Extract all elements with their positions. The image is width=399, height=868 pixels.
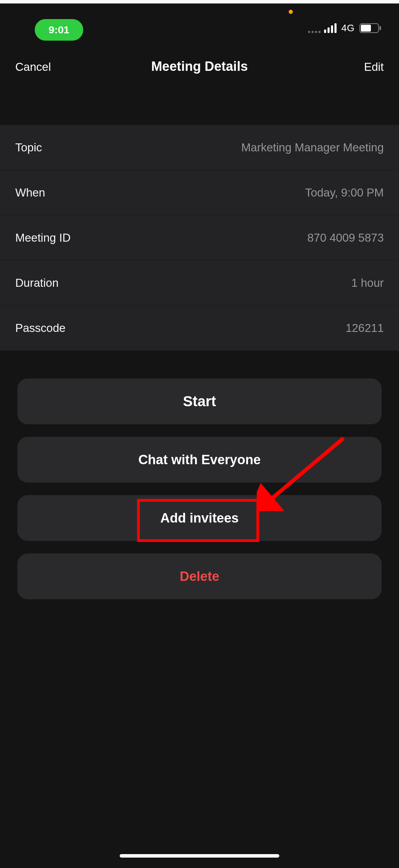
top-hairline bbox=[0, 0, 399, 3]
header-gap bbox=[0, 90, 399, 125]
chat-everyone-button-label: Chat with Everyone bbox=[138, 452, 261, 467]
row-duration-label: Duration bbox=[15, 276, 59, 290]
chat-everyone-button[interactable]: Chat with Everyone bbox=[17, 437, 382, 483]
row-passcode-label: Passcode bbox=[15, 322, 66, 335]
battery-icon bbox=[359, 23, 381, 33]
cellular-signal-icon bbox=[324, 23, 337, 33]
row-duration-value: 1 hour bbox=[351, 276, 384, 290]
status-bar: 9:01 4G bbox=[0, 3, 399, 45]
row-topic-value: Marketing Manager Meeting bbox=[241, 141, 384, 154]
row-passcode: Passcode 126211 bbox=[0, 306, 399, 351]
start-button-label: Start bbox=[183, 393, 216, 410]
page-title: Meeting Details bbox=[0, 59, 399, 74]
row-when-value: Today, 9:00 PM bbox=[305, 186, 384, 199]
delete-button-label: Delete bbox=[180, 569, 219, 584]
privacy-indicator-dot bbox=[289, 10, 293, 14]
row-meeting-id: Meeting ID 870 4009 5873 bbox=[0, 215, 399, 260]
row-duration: Duration 1 hour bbox=[0, 260, 399, 306]
delete-button[interactable]: Delete bbox=[17, 553, 382, 599]
row-passcode-value: 126211 bbox=[346, 322, 384, 335]
row-meeting-id-label: Meeting ID bbox=[15, 231, 71, 244]
edit-button[interactable]: Edit bbox=[364, 60, 384, 74]
row-meeting-id-value: 870 4009 5873 bbox=[307, 231, 384, 244]
row-when: When Today, 9:00 PM bbox=[0, 170, 399, 215]
status-time: 9:01 bbox=[35, 19, 83, 41]
time-pill: 9:01 bbox=[35, 19, 83, 41]
home-indicator[interactable] bbox=[120, 854, 279, 858]
add-invitees-button-label: Add invitees bbox=[160, 511, 239, 526]
network-label: 4G bbox=[341, 23, 355, 34]
nav-header: Cancel Meeting Details Edit bbox=[0, 45, 399, 90]
add-invitees-button[interactable]: Add invitees bbox=[17, 495, 382, 541]
details-list: Topic Marketing Manager Meeting When Tod… bbox=[0, 125, 399, 351]
row-topic: Topic Marketing Manager Meeting bbox=[0, 125, 399, 170]
row-topic-label: Topic bbox=[15, 141, 42, 154]
status-right: 4G bbox=[324, 23, 381, 34]
row-when-label: When bbox=[15, 186, 45, 199]
action-buttons: Start Chat with Everyone Add invitees De… bbox=[0, 351, 399, 599]
start-button[interactable]: Start bbox=[17, 378, 382, 424]
